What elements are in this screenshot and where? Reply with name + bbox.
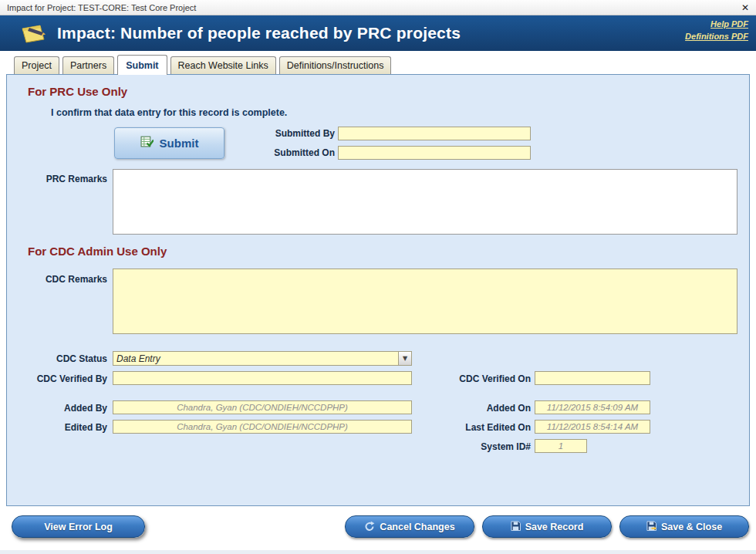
tab-project[interactable]: Project [14, 56, 59, 74]
save-record-label: Save Record [525, 522, 584, 532]
confirm-text: I confirm that data entry for this recor… [51, 107, 287, 118]
submitted-on-field[interactable] [338, 146, 531, 160]
close-icon[interactable]: ✕ [741, 3, 749, 12]
tab-definitions-instructions[interactable]: Definitions/Instructions [279, 56, 392, 74]
submit-button-label: Submit [160, 137, 199, 150]
system-id-label: System ID# [408, 440, 531, 454]
prc-section-heading: For PRC Use Only [28, 85, 127, 98]
cdc-verified-by-field[interactable] [113, 371, 412, 385]
cdc-verified-on-label: CDC Verified On [408, 372, 531, 386]
system-id-field: 1 [535, 439, 587, 453]
save-and-close-label: Save & Close [661, 522, 722, 532]
app-window: Impact for Project: TEST-CORE: Test Core… [0, 0, 756, 554]
added-on-label: Added On [408, 401, 531, 415]
cdc-verified-by-label: CDC Verified By [7, 372, 107, 386]
note-icon [20, 23, 46, 43]
submit-button[interactable]: Submit [114, 127, 224, 159]
cancel-changes-button[interactable]: Cancel Changes [345, 515, 474, 538]
submitted-by-field[interactable] [338, 127, 531, 140]
view-error-log-button[interactable]: View Error Log [12, 515, 145, 538]
cdc-remarks-label: CDC Remarks [7, 272, 107, 286]
page-title: Impact: Number of people reached by PRC … [57, 24, 461, 42]
dropdown-arrow-icon[interactable]: ▼ [398, 352, 411, 365]
window-titlebar: Impact for Project: TEST-CORE: Test Core… [0, 0, 756, 15]
last-edited-on-field: 11/12/2015 8:54:14 AM [535, 420, 650, 434]
cdc-section-heading: For CDC Admin Use Only [28, 245, 167, 258]
submitted-by-label: Submitted By [227, 127, 335, 140]
edited-by-label: Edited By [7, 421, 107, 434]
save-icon [511, 521, 521, 533]
header-links: Help PDF Definitions PDF [685, 19, 748, 41]
added-by-field: Chandra, Gyan (CDC/ONDIEH/NCCDPHP) [113, 400, 412, 414]
app-header: Impact: Number of people reached by PRC … [0, 15, 756, 51]
save-and-close-button[interactable]: Save & Close [619, 515, 749, 538]
cdc-status-select[interactable]: Data Entry ▼ [113, 351, 412, 366]
tab-submit[interactable]: Submit [117, 55, 167, 75]
submitted-on-label: Submitted On [227, 146, 335, 160]
edited-by-field: Chandra, Gyan (CDC/ONDIEH/NCCDPHP) [113, 420, 412, 434]
save-close-icon [646, 521, 656, 533]
bottom-strip [0, 550, 756, 554]
prc-remarks-field[interactable] [113, 169, 737, 235]
window-title: Impact for Project: TEST-CORE: Test Core… [7, 3, 196, 12]
help-pdf-link[interactable]: Help PDF [710, 19, 748, 29]
definitions-pdf-link[interactable]: Definitions PDF [685, 32, 748, 41]
cdc-status-label: CDC Status [7, 352, 107, 366]
undo-icon [364, 520, 375, 533]
submit-icon [140, 135, 154, 151]
cdc-status-value: Data Entry [113, 352, 398, 365]
added-by-label: Added By [7, 401, 107, 415]
tab-partners[interactable]: Partners [62, 56, 114, 74]
last-edited-on-label: Last Edited On [408, 421, 531, 434]
cancel-changes-label: Cancel Changes [380, 522, 454, 532]
added-on-field: 11/12/2015 8:54:09 AM [535, 400, 650, 414]
save-record-button[interactable]: Save Record [482, 515, 612, 538]
tab-reach-website-links[interactable]: Reach Website Links [170, 56, 276, 74]
view-error-log-label: View Error Log [44, 522, 113, 532]
tab-bar: Project Partners Submit Reach Website Li… [14, 55, 394, 74]
prc-remarks-label: PRC Remarks [7, 172, 107, 186]
submit-panel: For PRC Use Only I confirm that data ent… [6, 74, 750, 506]
cdc-verified-on-field[interactable] [535, 371, 650, 385]
cdc-remarks-field[interactable] [113, 269, 737, 334]
